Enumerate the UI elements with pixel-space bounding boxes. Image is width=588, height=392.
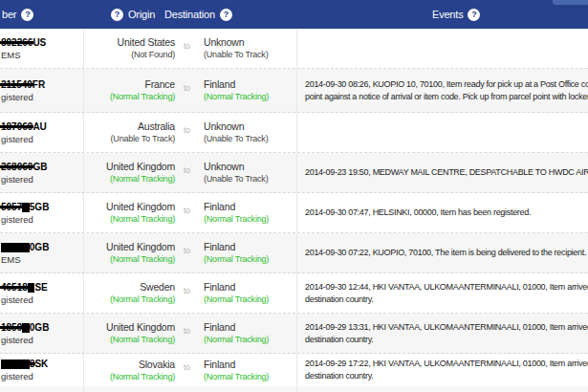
origin-cell: United Kingdom (Normal Tracking) [84,153,177,192]
carrier-service-label: gistered [1,133,80,145]
tracking-number-cell: 185910GB gistered [0,314,84,353]
column-header-events: Events ? [432,0,480,29]
tracking-number-cell: 505745GB gistered [0,193,84,232]
to-label: to [177,230,197,270]
tracking-number-cell: 268060GB gistered [0,153,84,192]
table-row: 080958SK gistered Slovakia (Normal Track… [0,354,588,386]
number-segment: SK [34,359,48,369]
top-right-cutoff-tab [553,0,588,5]
destination-cell: Finland (Normal Tracking) [197,354,296,386]
origin-header-label: Origin [128,9,155,20]
origin-country: United Kingdom [84,200,175,213]
destination-status: (Unable To Track) [204,173,296,185]
origin-cell: United Kingdom (Normal Tracking) [84,314,177,353]
origin-country: Australia [84,120,175,133]
to-label: to [177,271,197,310]
destination-status: (Normal Tracking) [204,91,296,103]
to-label: to [177,150,197,189]
origin-country: United Kingdom [84,240,175,253]
carrier-service-label: gistered [1,173,80,185]
events-cell [296,113,588,152]
redacted-segment: 1859 [1,321,22,334]
to-label: to [177,351,197,383]
origin-country: Slovakia [84,358,175,371]
tracking-number-cell: 080958SK gistered [0,354,84,386]
destination-cell: Finland (Normal Tracking) [197,233,296,272]
carrier-service-label: EMS [1,49,80,61]
event-text: 2014-09-30 08:26, KUOPIO 10, 70100, Item… [305,78,588,103]
origin-status: (Normal Tracking) [84,334,175,346]
tracking-number[interactable]: 505745GB [1,201,80,213]
help-icon[interactable]: ? [468,9,480,21]
carrier-service-label: gistered [1,334,80,346]
help-icon[interactable]: ? [220,9,232,21]
destination-cell: Unknown (Unable To Track) [197,113,296,152]
events-cell: 2014-09-23 19:50, MEDWAY MAIL CENTRE, DE… [296,153,588,192]
event-text: 2014-09-23 19:50, MEDWAY MAIL CENTRE, DE… [305,166,588,179]
origin-country: Sweden [84,280,175,294]
destination-country: Finland [204,77,296,91]
destination-country: Finland [204,280,296,294]
table-row: 892266US EMS United States (Not Found) t… [0,29,588,69]
destination-country: Unknown [204,160,296,173]
table-body: 892266US EMS United States (Not Found) t… [0,29,588,386]
tracking-number-cell: 044960GB EMS [0,233,84,272]
event-text: 2014-09-29 17:22, HKI VANTAA, ULKOMAANTE… [305,358,588,382]
origin-cell: Sweden (Normal Tracking) [84,273,177,313]
redacted-segment: 5057 [1,201,22,213]
help-icon[interactable]: ? [111,9,123,21]
tracking-number[interactable]: 211549FR [1,78,80,91]
number-segment: 0GB [30,242,50,252]
tracking-number[interactable]: 187969AU [1,120,80,133]
destination-cell: Unknown (Unable To Track) [197,29,296,68]
origin-cell: United Kingdom (Normal Tracking) [84,233,177,272]
destination-status: (Unable To Track) [204,49,296,61]
redacted-segment: 8 [30,358,35,370]
event-text: 2014-09-30 12:44, HKI VANTAA, ULKOMAANTE… [305,281,588,306]
events-cell: 2014-09-29 17:22, HKI VANTAA, ULKOMAANTE… [296,354,588,386]
help-icon[interactable]: ? [21,9,33,21]
destination-cell: Finland (Normal Tracking) [197,69,296,112]
destination-status: (Normal Tracking) [204,213,296,226]
to-label: to [177,190,197,229]
events-cell: 2014-09-29 13:31, HKI VANTAA, ULKOMAANTE… [296,314,588,353]
origin-status: (Unable To Track) [84,133,175,145]
number-segment: AU [33,121,46,132]
origin-cell: Slovakia (Normal Tracking) [84,354,177,386]
column-header-destination: Destination ? [164,0,232,29]
tracking-number[interactable]: 185910GB [1,321,80,334]
table-row: 268060GB gistered United Kingdom (Normal… [0,153,588,193]
number-segment: 5GB [30,202,50,212]
event-text: 2014-09-30 07:22, KUOPIO, 70100, The ite… [305,247,588,259]
column-header-origin: ? Origin [111,0,155,29]
table-header-row: ber ? ? Origin Destination ? Events ? [0,0,588,29]
tracking-number-cell: 892266US EMS [0,29,84,68]
destination-status: (Normal Tracking) [204,371,296,383]
destination-cell: Finland (Normal Tracking) [197,273,296,313]
destination-status: (Normal Tracking) [204,334,296,346]
tracking-number[interactable]: 465183SE [1,281,80,294]
destination-country: Finland [204,200,296,213]
number-segment: 0GB [30,322,50,333]
redacted-segment: 892266 [1,36,33,49]
tracking-number[interactable]: 080958SK [1,358,80,370]
destination-country: Finland [204,240,296,253]
tracking-number-cell: 187969AU gistered [0,113,84,152]
destination-header-label: Destination [164,9,215,20]
origin-status: (Normal Tracking) [84,173,175,185]
tracking-results-page: ber ? ? Origin Destination ? Events ? 89… [0,0,588,392]
tracking-number[interactable]: 044960GB [1,241,80,253]
to-label: to [177,26,197,65]
redacted-segment: 1 [22,323,30,333]
table-row: 465183SE gistered Sweden (Normal Trackin… [0,273,588,314]
tracking-number[interactable]: 268060GB [1,161,80,173]
destination-cell: Finland (Normal Tracking) [197,193,296,232]
number-segment: GB [33,162,47,172]
to-label: to [177,110,197,149]
redacted-segment: 08095 [1,359,30,369]
tracking-number[interactable]: 892266US [1,36,80,49]
redacted-segment: 46518 [1,281,28,294]
redacted-segment: 211549 [1,78,33,91]
origin-status: (Normal Tracking) [84,371,175,383]
origin-cell: United Kingdom (Normal Tracking) [84,193,177,232]
